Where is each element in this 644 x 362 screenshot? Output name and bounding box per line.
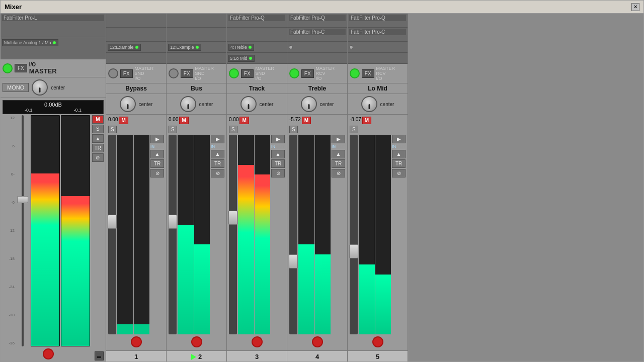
power-track[interactable] (229, 68, 239, 78)
power-bus[interactable] (169, 68, 179, 78)
controls-side-master: M S ▲ TR ⊘ (92, 115, 104, 346)
fader-meter-bypass: ▶ IN OUT ▲ TR ⊘ (108, 135, 164, 334)
meters-master (31, 115, 90, 346)
record-lomid[interactable] (372, 336, 383, 347)
tr-track[interactable]: TR (271, 159, 285, 168)
m-button-lomid[interactable]: M (362, 117, 371, 124)
name-treble: Treble (287, 83, 347, 94)
io-dot-treble (289, 45, 293, 49)
io-device-bypass[interactable]: 12:Example (108, 44, 141, 51)
pan-label-bus: center (199, 102, 213, 107)
record-bypass[interactable] (131, 336, 142, 347)
play-bypass[interactable]: ▶ (150, 135, 164, 143)
up-arrow-master[interactable]: ▲ (92, 134, 104, 143)
settings-master[interactable]: ⊘ (92, 153, 104, 162)
channel-track: FabFilter Pro-Q 4:Treble 5:Lo Mid FX (227, 14, 287, 362)
record-treble[interactable] (312, 336, 323, 347)
send-treble: MASTER RCV I/O (316, 66, 345, 81)
fx-btn-track[interactable]: FX (241, 69, 254, 78)
up-bypass[interactable]: ▲ (150, 150, 164, 158)
s-button-bus[interactable]: S (169, 126, 177, 133)
no-treble[interactable]: ⊘ (332, 169, 345, 177)
s-button-master[interactable]: S (92, 125, 104, 133)
power-lomid[interactable] (350, 68, 360, 78)
close-button[interactable]: ✕ (631, 3, 639, 11)
s-button-bypass[interactable]: S (108, 126, 117, 133)
s-button-treble[interactable]: S (289, 126, 298, 133)
fx-button-master[interactable]: FX (15, 64, 27, 72)
power-treble[interactable] (289, 68, 299, 78)
m-button-bypass[interactable]: M (119, 117, 128, 124)
play-lomid[interactable]: ▶ (392, 135, 406, 143)
right-controls-bypass: ▶ IN OUT ▲ TR ⊘ (150, 135, 164, 334)
fx-plugin-treble1: FabFilter Pro-Q (289, 15, 346, 21)
pan-knob-bypass[interactable] (120, 96, 136, 112)
pan-knob-bus[interactable] (180, 96, 196, 112)
pan-knob-master[interactable] (32, 79, 48, 96)
channel-lomid: FabFilter Pro-Q FabFilter Pro-C FX MASTE… (348, 14, 408, 362)
number-treble: 4 (287, 350, 347, 362)
eq-button-master[interactable]: ⚌ (95, 351, 104, 360)
meter-scale: 12 6 0- -6 -12 -18 -24 -30 -36 (3, 115, 15, 346)
mono-button[interactable]: MONO (3, 83, 29, 92)
s-button-track[interactable]: S (229, 126, 237, 133)
fx-btn-bus[interactable]: FX (181, 69, 193, 78)
m-button-bus[interactable]: M (179, 117, 188, 124)
tr-lomid[interactable]: TR (392, 159, 406, 168)
power-bypass[interactable] (108, 68, 118, 78)
record-bus[interactable] (191, 336, 202, 347)
io-device-master[interactable]: Multiface Analog 1 / Mu (2, 39, 58, 46)
up-lomid[interactable]: ▲ (392, 150, 406, 158)
play-bus[interactable]: ▶ (211, 135, 224, 143)
pan-row-treble: center (287, 94, 347, 115)
mid-controls-bus: S (169, 126, 224, 133)
tr-treble[interactable]: TR (332, 159, 345, 168)
tr-button-master[interactable]: TR (92, 144, 104, 152)
io-device-track2[interactable]: 5:Lo Mid (228, 55, 255, 62)
fader-thumb-treble[interactable] (289, 254, 298, 268)
up-track[interactable]: ▲ (271, 150, 285, 158)
pan-knob-lomid[interactable] (361, 96, 377, 112)
up-bus[interactable]: ▲ (211, 150, 224, 158)
top-controls-track: 0.00 M (229, 117, 285, 124)
io-device-bus[interactable]: 12:Example (168, 44, 201, 51)
no-bypass[interactable]: ⊘ (150, 169, 164, 177)
pan-knob-treble[interactable] (301, 96, 317, 112)
up-treble[interactable]: ▲ (332, 150, 345, 158)
fx-btn-lomid[interactable]: FX (362, 69, 374, 78)
m-button-treble[interactable]: M (302, 117, 311, 124)
m-button-master[interactable]: M (92, 115, 104, 124)
title-bar: Mixer ✕ (1, 1, 643, 14)
fx-plugin-treble2: FabFilter Pro-C (289, 29, 346, 35)
s-button-lomid[interactable]: S (350, 126, 358, 133)
m-button-track[interactable]: M (239, 117, 249, 124)
meter-l-bypass (117, 135, 133, 334)
fader-thumb-bus[interactable] (168, 215, 177, 229)
no-lomid[interactable]: ⊘ (392, 169, 406, 177)
fader-thumb-bypass[interactable] (108, 215, 117, 229)
record-button-master[interactable] (43, 348, 54, 359)
tr-bus[interactable]: TR (211, 159, 224, 168)
no-bus[interactable]: ⊘ (211, 169, 224, 177)
fader-thumb-master[interactable] (17, 196, 28, 203)
fx-btn-treble[interactable]: FX (301, 69, 314, 78)
power-master[interactable] (3, 63, 13, 73)
tr-bypass[interactable]: TR (150, 159, 164, 168)
fx-bus (167, 14, 226, 28)
right-controls-bus: ▶ IN OUT ▲ TR ⊘ (211, 135, 224, 334)
pan-row-bypass: center (106, 94, 166, 115)
fader-thumb-track[interactable] (228, 211, 237, 225)
play-treble[interactable]: ▶ (332, 135, 345, 143)
no-track[interactable]: ⊘ (271, 169, 285, 177)
play-track[interactable]: ▶ (271, 135, 285, 143)
meter-fill-r (61, 196, 90, 346)
pan-knob-track[interactable] (240, 96, 257, 112)
fx-btn-bypass[interactable]: FX (120, 69, 133, 78)
number-bus: 2 (167, 350, 226, 362)
record-track[interactable] (252, 336, 263, 347)
fader-thumb-lomid[interactable] (349, 244, 358, 258)
fx2-treble: FabFilter Pro-C (287, 28, 347, 42)
io-device-track1[interactable]: 4:Treble (228, 44, 254, 51)
meters-lomid (359, 135, 391, 334)
pan-label-bypass: center (139, 102, 153, 107)
